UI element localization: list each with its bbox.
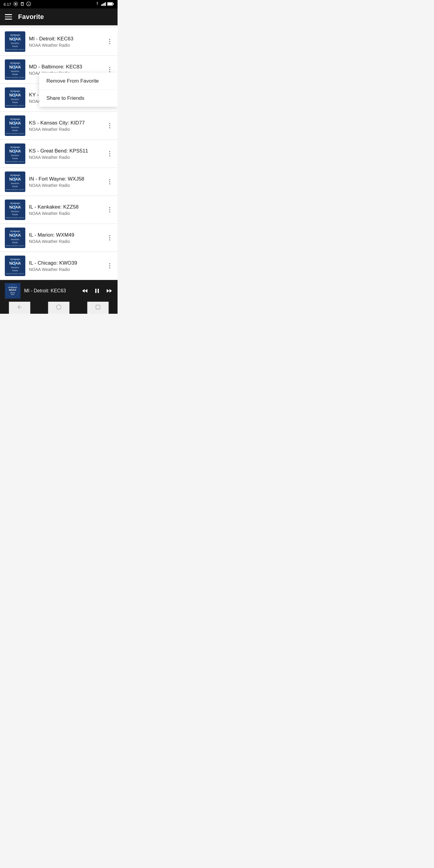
- home-button[interactable]: [48, 301, 70, 314]
- svg-text:Radio: Radio: [12, 157, 18, 160]
- item-text: IL - Kankakee: KZZ58NOAA Weather Radio: [29, 204, 107, 216]
- svg-text:Radio: Radio: [12, 269, 18, 272]
- item-title: MI - Detroit: KEC63: [29, 36, 107, 42]
- radio-icon: [13, 1, 19, 7]
- item-title: IL - Marion: WXM49: [29, 232, 107, 238]
- menu-button[interactable]: [5, 14, 12, 20]
- player-controls: [82, 287, 113, 294]
- svg-text:National Weather Service: National Weather Service: [6, 245, 24, 247]
- svg-point-35: [14, 96, 16, 97]
- svg-point-27: [14, 67, 16, 69]
- list-item[interactable]: All Hazards NOAA Weather Radio National …: [0, 252, 118, 280]
- svg-text:Radio: Radio: [12, 213, 18, 216]
- context-menu-item-share[interactable]: Share to Friends: [39, 90, 118, 107]
- item-title: KS - Great Bend: KPS511: [29, 148, 107, 154]
- svg-text:Radio: Radio: [12, 73, 18, 76]
- item-title: IL - Chicago: KWO39: [29, 260, 107, 266]
- svg-point-83: [14, 264, 16, 266]
- svg-rect-11: [113, 3, 114, 4]
- svg-text:Weather: Weather: [11, 154, 20, 157]
- noaa-logo: All Hazards NOAA Weather Radio National …: [5, 31, 25, 52]
- item-title: MD - Baltimore: KEC83: [29, 64, 107, 70]
- more-icon[interactable]: [107, 149, 113, 159]
- svg-text:Radio: Radio: [12, 129, 18, 132]
- svg-point-43: [14, 124, 16, 125]
- svg-rect-10: [107, 2, 113, 5]
- more-icon[interactable]: [107, 121, 113, 131]
- list-item[interactable]: All Hazards NOAA Weather Radio National …: [0, 224, 118, 252]
- signal-icon: [101, 2, 106, 7]
- svg-text:NOAA: NOAA: [9, 288, 17, 291]
- item-subtitle: NOAA Weather Radio: [29, 239, 107, 244]
- svg-text:Radio: Radio: [12, 101, 18, 104]
- svg-text:@: @: [28, 3, 30, 5]
- svg-point-0: [15, 3, 17, 4]
- recents-button[interactable]: [87, 301, 109, 314]
- item-text: IN - Fort Wayne: WXJ58NOAA Weather Radio: [29, 176, 107, 188]
- svg-text:National Weather Service: National Weather Service: [6, 189, 24, 190]
- status-time: 6:17: [4, 2, 11, 7]
- svg-text:National Weather Service: National Weather Service: [6, 49, 24, 50]
- forward-button[interactable]: [105, 287, 113, 294]
- noaa-logo: All Hazards NOAA Weather Radio National …: [5, 172, 25, 192]
- item-title: IL - Kankakee: KZZ58: [29, 204, 107, 210]
- favorites-list: All Hazards NOAA Weather Radio National …: [0, 28, 118, 280]
- svg-text:Weather: Weather: [11, 210, 20, 213]
- svg-text:Radio: Radio: [12, 45, 18, 48]
- wifi-icon: [95, 2, 100, 7]
- item-subtitle: NOAA Weather Radio: [29, 267, 107, 272]
- list-item[interactable]: All Hazards NOAA Weather Radio National …: [0, 168, 118, 196]
- svg-text:National Weather Service: National Weather Service: [6, 76, 24, 79]
- item-text: IL - Marion: WXM49NOAA Weather Radio: [29, 232, 107, 244]
- list-item[interactable]: All Hazards NOAA Weather Radio National …: [0, 112, 118, 140]
- back-button[interactable]: [9, 301, 30, 314]
- svg-text:Weather: Weather: [11, 266, 20, 269]
- list-item[interactable]: All Hazards NOAA Weather Radio National …: [0, 196, 118, 224]
- svg-rect-8: [105, 2, 106, 6]
- more-icon[interactable]: [107, 261, 113, 271]
- noaa-logo: All Hazards NOAA Weather Radio National …: [5, 144, 25, 164]
- pause-button[interactable]: [93, 287, 101, 294]
- item-subtitle: NOAA Weather Radio: [29, 155, 107, 160]
- player-bar: All Hazards NOAA Weather Radio MI - Detr…: [0, 280, 118, 302]
- svg-text:National Weather Service: National Weather Service: [6, 217, 24, 218]
- svg-point-91: [57, 305, 61, 309]
- item-subtitle: NOAA Weather Radio: [29, 183, 107, 188]
- more-icon[interactable]: [107, 205, 113, 215]
- svg-text:National Weather Service: National Weather Service: [6, 133, 24, 134]
- player-title: MI - Detroit: KEC63: [24, 288, 78, 293]
- item-text: IL - Chicago: KWO39NOAA Weather Radio: [29, 260, 107, 272]
- page-title: Favorite: [18, 13, 44, 21]
- status-bar: 6:17 @: [0, 0, 118, 8]
- item-subtitle: NOAA Weather Radio: [29, 127, 107, 132]
- rewind-button[interactable]: [82, 287, 89, 294]
- svg-text:Weather: Weather: [11, 126, 20, 129]
- item-text: KS - Great Bend: KPS511NOAA Weather Radi…: [29, 148, 107, 160]
- item-subtitle: NOAA Weather Radio: [29, 211, 107, 216]
- sim-icon: [20, 1, 24, 7]
- list-item[interactable]: All Hazards NOAA Weather Radio National …: [0, 28, 118, 56]
- svg-text:Weather: Weather: [11, 70, 20, 73]
- svg-text:Radio: Radio: [12, 241, 18, 244]
- svg-text:National Weather Service: National Weather Service: [6, 104, 24, 106]
- svg-text:National Weather Service: National Weather Service: [6, 161, 24, 162]
- svg-rect-92: [96, 305, 100, 309]
- svg-text:Weather: Weather: [11, 182, 20, 185]
- svg-point-19: [14, 39, 16, 41]
- noaa-badge-icon: @: [26, 1, 31, 7]
- item-title: KS - Kansas City: KID77: [29, 120, 107, 126]
- svg-text:Weather: Weather: [10, 292, 16, 293]
- nav-bar: [0, 302, 118, 314]
- svg-point-75: [14, 236, 16, 238]
- more-icon[interactable]: [107, 177, 113, 187]
- noaa-logo: All Hazards NOAA Weather Radio National …: [5, 116, 25, 136]
- context-menu-item-remove[interactable]: Remove From Favorite: [39, 73, 118, 90]
- svg-point-51: [14, 152, 16, 153]
- more-icon[interactable]: [107, 233, 113, 243]
- svg-rect-7: [104, 3, 104, 6]
- list-item[interactable]: All Hazards NOAA Weather Radio National …: [0, 140, 118, 168]
- item-text: MI - Detroit: KEC63NOAA Weather Radio: [29, 36, 107, 48]
- item-text: KS - Kansas City: KID77NOAA Weather Radi…: [29, 120, 107, 132]
- list-item[interactable]: All Hazards NOAA Weather Radio National …: [0, 56, 118, 84]
- more-icon[interactable]: [107, 36, 113, 47]
